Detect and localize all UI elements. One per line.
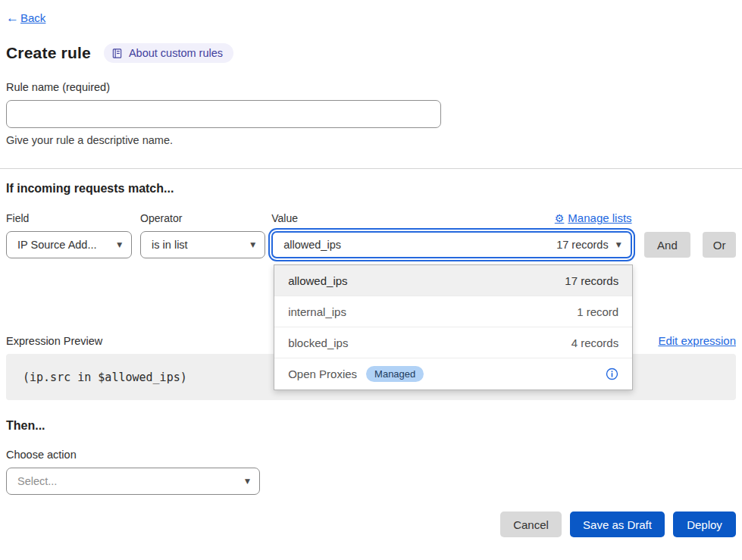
field-select-value: IP Source Add...: [17, 239, 109, 251]
list-option-record-count: 17 records: [565, 274, 618, 287]
value-column: Value ⚙ Manage lists allowed_ips 17 reco…: [271, 211, 631, 258]
list-dropdown-panel: allowed_ips 17 records internal_ips 1 re…: [274, 264, 633, 390]
chevron-down-icon: ▼: [117, 241, 122, 249]
manage-lists-link[interactable]: ⚙ Manage lists: [555, 211, 632, 224]
back-row: ← Back: [0, 0, 742, 24]
page-title: Create rule: [6, 44, 91, 62]
operator-select-value: is in list: [152, 239, 243, 251]
rule-name-helper: Give your rule a descriptive name.: [6, 134, 736, 146]
cancel-button[interactable]: Cancel: [500, 512, 562, 537]
header-row: Create rule About custom rules: [6, 43, 742, 63]
choose-action-label: Choose action: [6, 449, 742, 461]
list-option-name: internal_ips: [288, 305, 346, 318]
or-button[interactable]: Or: [703, 232, 736, 258]
list-option-allowed-ips[interactable]: allowed_ips 17 records: [274, 265, 632, 296]
chevron-down-icon: ▼: [616, 241, 621, 249]
list-option-internal-ips[interactable]: internal_ips 1 record: [274, 296, 632, 327]
rule-name-block: Rule name (required) Give your rule a de…: [6, 80, 736, 146]
then-heading: Then...: [6, 419, 742, 433]
field-label: Field: [6, 212, 132, 224]
field-select[interactable]: IP Source Add... ▼: [6, 231, 132, 258]
back-arrow-icon: ←: [6, 11, 19, 24]
list-option-name: blocked_ips: [288, 336, 348, 349]
list-option-blocked-ips[interactable]: blocked_ips 4 records: [274, 327, 632, 358]
rule-name-label: Rule name (required): [6, 81, 110, 93]
match-row: Field IP Source Add... ▼ Operator is in …: [6, 211, 736, 258]
action-select-placeholder: Select...: [17, 475, 237, 487]
match-section-heading: If incoming requests match...: [6, 182, 742, 196]
operator-column: Operator is in list ▼: [140, 212, 265, 258]
value-select[interactable]: allowed_ips 17 records ▼: [271, 231, 631, 258]
expression-code: (ip.src in $allowed_ips): [23, 371, 187, 384]
action-select[interactable]: Select... ▼: [6, 468, 260, 495]
manage-lists-label: Manage lists: [568, 211, 631, 224]
managed-badge: Managed: [366, 366, 424, 382]
create-rule-page: ← Back Create rule About custom rules Ru…: [0, 0, 742, 560]
list-option-name: allowed_ips: [288, 274, 347, 287]
value-select-value: allowed_ips: [283, 239, 547, 251]
chevron-down-icon: ▼: [250, 241, 255, 249]
list-option-record-count: 1 record: [577, 305, 618, 318]
about-custom-rules-badge[interactable]: About custom rules: [104, 43, 233, 63]
operator-select[interactable]: is in list ▼: [140, 231, 265, 258]
rule-name-input[interactable]: [6, 100, 441, 128]
section-divider: [0, 168, 742, 169]
value-header: Value ⚙ Manage lists: [271, 211, 631, 224]
and-button[interactable]: And: [644, 232, 691, 258]
footer-actions: Cancel Save as Draft Deploy: [0, 512, 736, 537]
book-icon: [111, 48, 123, 59]
field-column: Field IP Source Add... ▼: [6, 212, 132, 258]
info-icon[interactable]: [606, 368, 618, 380]
gear-icon: ⚙: [555, 212, 565, 224]
value-select-record-count: 17 records: [556, 239, 609, 251]
deploy-button[interactable]: Deploy: [673, 512, 736, 537]
about-badge-label: About custom rules: [129, 47, 223, 59]
list-option-name: Open Proxies: [288, 368, 357, 380]
expression-preview-label: Expression Preview: [6, 335, 102, 347]
chevron-down-icon: ▼: [245, 477, 250, 485]
back-link[interactable]: Back: [20, 11, 45, 24]
value-label: Value: [271, 212, 298, 224]
operator-label: Operator: [140, 212, 265, 224]
save-as-draft-button[interactable]: Save as Draft: [570, 512, 665, 537]
edit-expression-link[interactable]: Edit expression: [658, 334, 736, 347]
list-option-record-count: 4 records: [571, 336, 619, 349]
list-option-open-proxies[interactable]: Open Proxies Managed: [274, 358, 632, 389]
